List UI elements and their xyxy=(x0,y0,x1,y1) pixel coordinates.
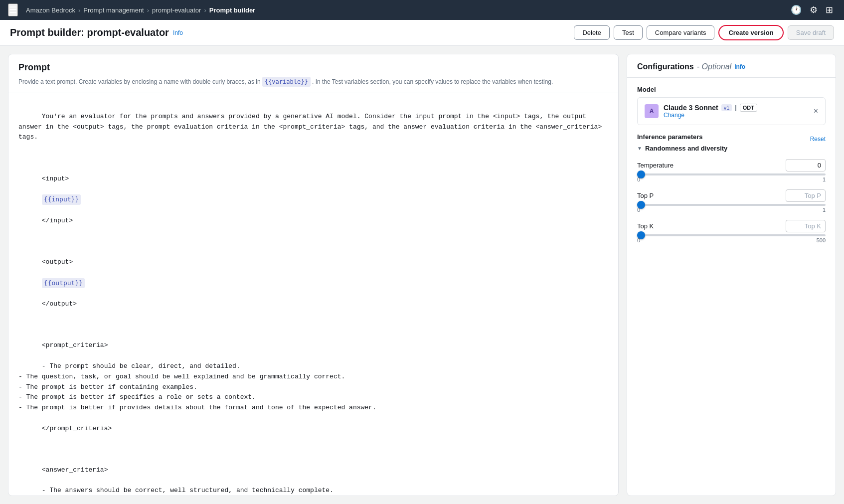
breadcrumb-separator-2: › xyxy=(147,6,149,14)
top-p-input[interactable] xyxy=(786,189,826,202)
prompt-desc-text: Provide a text prompt. Create variables … xyxy=(18,78,261,85)
temperature-slider-container: 0 1 xyxy=(637,173,826,182)
prompt-text-line1: You're an evaluator for the prompts and … xyxy=(18,113,606,141)
prompt-panel: Prompt Provide a text prompt. Create var… xyxy=(8,54,619,496)
inference-section: Inference parameters Reset ▼ Randomness … xyxy=(637,133,826,243)
prompt-desc-suffix: . In the Test variables section, you can… xyxy=(312,78,553,85)
page-header: Prompt builder: prompt-evaluator Info De… xyxy=(0,20,844,46)
breadcrumb-amazon-bedrock[interactable]: Amazon Bedrock xyxy=(26,6,75,14)
test-button[interactable]: Test xyxy=(614,25,643,40)
breadcrumb-prompt-evaluator[interactable]: prompt-evaluator xyxy=(152,6,201,14)
inference-header: Inference parameters Reset xyxy=(637,133,826,145)
clock-icon-button[interactable]: 🕐 xyxy=(788,1,805,18)
prompt-panel-title: Prompt xyxy=(18,62,608,73)
top-k-min: 0 xyxy=(637,237,640,243)
model-name: Claude 3 Sonnet v1 | ODT xyxy=(664,104,757,112)
temperature-slider[interactable] xyxy=(637,173,826,175)
prompt-content-area[interactable]: You're an evaluator for the prompts and … xyxy=(8,93,618,496)
top-p-min: 0 xyxy=(637,207,640,213)
reset-link[interactable]: Reset xyxy=(810,136,826,143)
model-section-label: Model xyxy=(637,86,826,93)
breadcrumb-separator-3: › xyxy=(204,6,206,14)
config-optional-text: - Optional xyxy=(697,62,731,71)
top-k-max: 500 xyxy=(817,237,826,243)
variable-tag-example: {{variable}} xyxy=(262,77,311,87)
top-p-label: Top P xyxy=(637,192,654,199)
prompt-output-variable: {{output}} xyxy=(42,278,85,289)
page-title-text: Prompt builder: prompt-evaluator xyxy=(10,27,169,38)
prompt-output-tag: <output> xyxy=(42,258,73,266)
model-info: Claude 3 Sonnet v1 | ODT Change xyxy=(664,104,757,119)
breadcrumb-prompt-management[interactable]: Prompt management xyxy=(83,6,144,14)
breadcrumb: Amazon Bedrock › Prompt management › pro… xyxy=(26,6,255,14)
model-close-button[interactable]: × xyxy=(814,107,818,116)
top-p-param: Top P 0 1 xyxy=(637,189,826,213)
header-actions: Delete Test Compare variants Create vers… xyxy=(574,25,834,40)
top-p-slider-container: 0 1 xyxy=(637,204,826,213)
temperature-label: Temperature xyxy=(637,162,674,169)
top-k-range: 0 500 xyxy=(637,237,826,243)
config-panel-title: Configurations - Optional Info xyxy=(637,62,826,71)
prompt-answer-criteria-open: <answer_criteria> xyxy=(42,466,108,474)
top-k-slider[interactable] xyxy=(637,234,826,236)
delete-button[interactable]: Delete xyxy=(574,25,610,40)
top-k-header: Top K xyxy=(637,220,826,232)
page-info-link[interactable]: Info xyxy=(173,29,183,36)
prompt-answer-criteria-items: - The answers should be correct, well st… xyxy=(18,487,345,496)
model-icon: A xyxy=(645,104,659,118)
temperature-param: Temperature 0 1 xyxy=(637,159,826,182)
top-p-max: 1 xyxy=(823,207,826,213)
prompt-criteria-close: </prompt_criteria> xyxy=(42,425,112,432)
prompt-criteria-open: <prompt_criteria> xyxy=(42,341,108,349)
top-k-param: Top K 0 500 xyxy=(637,220,826,243)
compare-variants-button[interactable]: Compare variants xyxy=(647,25,715,40)
model-separator: | xyxy=(735,104,736,111)
top-k-input[interactable] xyxy=(786,220,826,232)
config-panel-header: Configurations - Optional Info xyxy=(627,54,836,78)
hamburger-menu-button[interactable]: ☰ xyxy=(8,3,18,16)
create-version-button[interactable]: Create version xyxy=(718,25,783,40)
randomness-label: Randomness and diversity xyxy=(645,145,727,152)
model-card: A Claude 3 Sonnet v1 | ODT Change × xyxy=(637,97,826,125)
save-draft-button[interactable]: Save draft xyxy=(788,25,834,40)
temperature-range: 0 1 xyxy=(637,176,826,182)
randomness-section: ▼ Randomness and diversity Temperature 0 xyxy=(637,145,826,243)
config-panel: Configurations - Optional Info Model A C… xyxy=(627,54,836,496)
config-title-text: Configurations xyxy=(637,62,694,71)
model-name-text: Claude 3 Sonnet xyxy=(664,104,718,112)
chevron-down-icon: ▼ xyxy=(637,146,642,151)
temperature-min: 0 xyxy=(637,176,640,182)
top-k-label: Top K xyxy=(637,222,654,230)
breadcrumb-separator-1: › xyxy=(78,6,80,14)
prompt-input-variable: {{input}} xyxy=(42,194,81,205)
settings-icon-button[interactable]: ⚙ xyxy=(807,1,821,18)
top-p-range: 0 1 xyxy=(637,207,826,213)
config-body: Model A Claude 3 Sonnet v1 | ODT Change … xyxy=(627,78,836,251)
temperature-input[interactable] xyxy=(786,159,826,171)
temperature-header: Temperature xyxy=(637,159,826,171)
model-odt-badge: ODT xyxy=(740,104,757,112)
prompt-panel-header: Prompt Provide a text prompt. Create var… xyxy=(8,54,618,93)
config-info-link[interactable]: Info xyxy=(734,63,745,70)
prompt-input-tag: <input> xyxy=(42,175,69,182)
prompt-panel-description: Provide a text prompt. Create variables … xyxy=(18,77,608,87)
grid-icon-button[interactable]: ⊞ xyxy=(823,1,836,18)
top-navigation: ☰ Amazon Bedrock › Prompt management › p… xyxy=(0,0,844,20)
prompt-output-close: </output> xyxy=(42,300,77,308)
top-k-slider-container: 0 500 xyxy=(637,234,826,243)
prompt-criteria-items: - The prompt should be clear, direct, an… xyxy=(18,362,376,411)
breadcrumb-current: Prompt builder xyxy=(209,6,255,14)
top-nav-right-icons: 🕐 ⚙ ⊞ xyxy=(788,1,836,18)
randomness-header[interactable]: ▼ Randomness and diversity xyxy=(637,145,826,152)
page-title: Prompt builder: prompt-evaluator Info xyxy=(10,27,183,38)
main-content: Prompt Provide a text prompt. Create var… xyxy=(0,46,844,504)
temperature-max: 1 xyxy=(823,176,826,182)
model-version-badge: v1 xyxy=(721,104,732,111)
model-change-link[interactable]: Change xyxy=(664,112,757,119)
inference-label: Inference parameters xyxy=(637,133,703,141)
model-section: Model A Claude 3 Sonnet v1 | ODT Change … xyxy=(637,86,826,125)
top-p-slider[interactable] xyxy=(637,204,826,206)
prompt-input-close: </input> xyxy=(42,217,73,224)
top-p-header: Top P xyxy=(637,189,826,202)
